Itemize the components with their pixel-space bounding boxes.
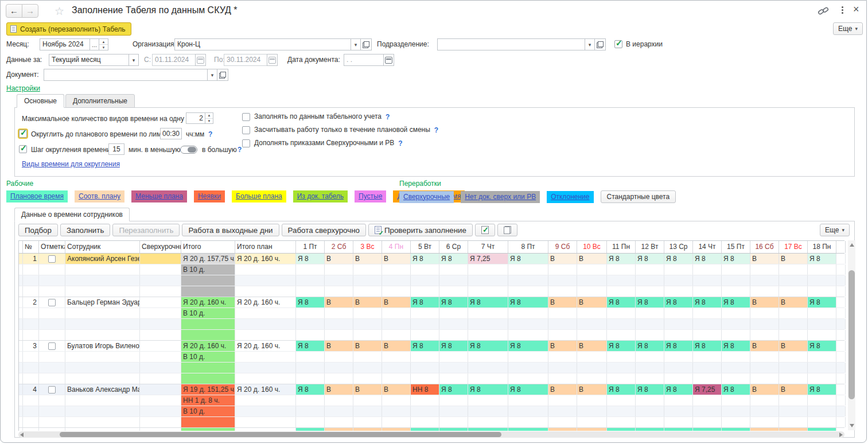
day-cell[interactable] [722, 395, 750, 406]
day-cell[interactable]: Я 8 [439, 254, 468, 264]
day-cell[interactable] [508, 352, 548, 362]
forward-button[interactable]: → [22, 4, 38, 18]
day-cell[interactable] [468, 363, 508, 373]
day-cell[interactable] [353, 275, 382, 286]
day-cell[interactable] [508, 406, 548, 416]
day-cell[interactable] [439, 395, 468, 406]
day-cell[interactable] [722, 319, 750, 329]
day-cell[interactable]: В [353, 384, 382, 395]
day-cell[interactable]: В [353, 254, 382, 264]
day-cell[interactable] [750, 352, 779, 362]
day-cell[interactable] [750, 319, 779, 329]
day-cell[interactable] [468, 417, 508, 427]
day-cell[interactable]: Я 8 [508, 254, 548, 264]
close-icon[interactable]: × [853, 3, 859, 15]
day-cell[interactable] [353, 264, 382, 275]
day-cell[interactable]: Я 8 [808, 341, 836, 351]
day-cell[interactable] [664, 406, 693, 416]
day-cell[interactable] [779, 363, 808, 373]
day-cell[interactable] [722, 275, 750, 286]
day-cell[interactable] [808, 363, 836, 373]
day-cell[interactable] [468, 352, 508, 362]
day-cell[interactable] [664, 395, 693, 406]
favorite-star-icon[interactable]: ☆ [55, 5, 64, 18]
day-cell[interactable]: Я 8 [296, 384, 325, 395]
help-icon[interactable]: ? [398, 139, 402, 147]
back-button[interactable]: ← [6, 4, 22, 18]
data-for-select[interactable]: Текущий месяц [49, 54, 129, 66]
day-cell[interactable] [750, 363, 779, 373]
legend-chip[interactable]: Меньше плана [131, 190, 187, 202]
tab-additional[interactable]: Дополнительные [65, 94, 135, 108]
day-cell[interactable] [607, 373, 636, 384]
day-cell[interactable] [296, 373, 325, 384]
day-cell[interactable]: В [548, 254, 577, 264]
organization-input[interactable]: Крон-Ц [174, 38, 351, 50]
day-cell[interactable] [353, 319, 382, 329]
day-cell[interactable] [750, 373, 779, 384]
day-cell[interactable] [577, 330, 607, 340]
day-cell[interactable] [508, 373, 548, 384]
day-cell[interactable] [577, 363, 607, 373]
day-cell[interactable] [439, 373, 468, 384]
day-cell[interactable] [411, 395, 439, 406]
table-row-line[interactable]: В 10 д. [19, 308, 844, 319]
toolbar-icon-button[interactable] [497, 224, 517, 236]
month-spinner[interactable]: ▲▼ [99, 38, 108, 50]
day-cell[interactable] [382, 330, 411, 340]
day-cell[interactable] [508, 308, 548, 318]
day-cell[interactable] [607, 319, 636, 329]
day-cell[interactable]: В [577, 384, 607, 395]
day-cell[interactable]: В [382, 254, 411, 264]
day-cell[interactable] [779, 417, 808, 427]
day-cell[interactable] [750, 417, 779, 427]
table-row-line[interactable] [19, 275, 844, 286]
organization-dropdown-button[interactable]: ▾ [351, 38, 361, 50]
day-cell[interactable] [296, 363, 325, 373]
day-cell[interactable] [664, 352, 693, 362]
day-cell[interactable] [296, 286, 325, 297]
day-cell[interactable] [439, 275, 468, 286]
scroll-up-icon[interactable] [850, 243, 854, 247]
day-cell[interactable] [353, 286, 382, 297]
day-cell[interactable] [722, 264, 750, 275]
toolbar-button[interactable]: Подбор [18, 224, 58, 236]
day-cell[interactable]: Я 8 [808, 254, 836, 264]
day-cell[interactable] [750, 286, 779, 297]
day-cell[interactable] [750, 330, 779, 340]
day-cell[interactable] [296, 417, 325, 427]
day-cell[interactable]: Я 8 [607, 297, 636, 307]
day-cell[interactable] [548, 417, 577, 427]
day-cell[interactable] [382, 286, 411, 297]
day-cell[interactable] [636, 308, 664, 318]
grid-more-button[interactable]: Еще▾ [820, 224, 850, 236]
legend-chip[interactable]: Плановое время [6, 190, 68, 202]
scroll-left-icon[interactable] [20, 433, 24, 437]
day-cell[interactable]: Я 8 [693, 254, 722, 264]
day-cell[interactable]: Я 8 [722, 254, 750, 264]
help-icon[interactable]: ? [386, 113, 390, 121]
day-cell[interactable] [636, 275, 664, 286]
day-cell[interactable] [779, 352, 808, 362]
day-cell[interactable] [411, 417, 439, 427]
day-cell[interactable] [722, 406, 750, 416]
to-date-input[interactable]: 30.11.2024 [224, 54, 267, 66]
to-calendar-button[interactable] [267, 54, 278, 66]
day-cell[interactable] [411, 330, 439, 340]
day-cell[interactable] [353, 373, 382, 384]
day-cell[interactable]: Я 8 [468, 341, 508, 351]
day-cell[interactable]: Я 8 [722, 341, 750, 351]
day-cell[interactable] [664, 363, 693, 373]
day-cell[interactable] [439, 319, 468, 329]
scroll-down-icon[interactable] [850, 424, 854, 427]
day-cell[interactable] [607, 330, 636, 340]
day-cell[interactable] [808, 286, 836, 297]
day-cell[interactable] [636, 373, 664, 384]
day-cell[interactable]: Я 8 [607, 384, 636, 395]
day-cell[interactable] [508, 286, 548, 297]
day-cell[interactable] [382, 319, 411, 329]
day-cell[interactable]: В [779, 297, 808, 307]
day-cell[interactable] [607, 352, 636, 362]
day-cell[interactable] [548, 330, 577, 340]
day-cell[interactable] [808, 373, 836, 384]
